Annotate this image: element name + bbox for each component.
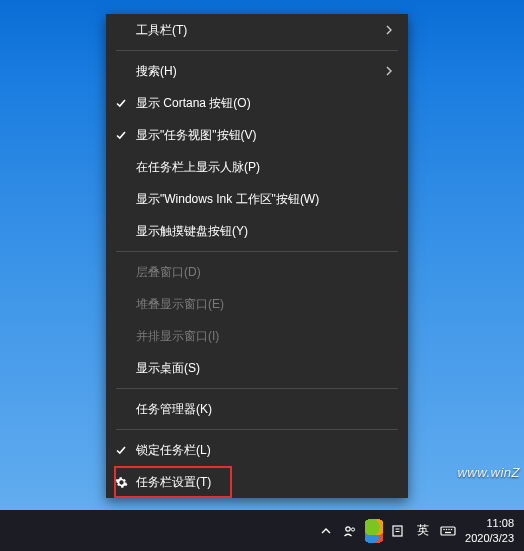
note-icon[interactable] xyxy=(389,522,407,540)
clock[interactable]: 11:08 2020/3/23 xyxy=(463,516,518,545)
svg-rect-5 xyxy=(441,527,455,535)
menu-item-label: 搜索(H) xyxy=(136,63,380,80)
menu-item[interactable]: 显示"Windows Ink 工作区"按钮(W) xyxy=(106,183,408,215)
menu-separator xyxy=(116,388,398,389)
menu-item: 堆叠显示窗口(E) xyxy=(106,288,408,320)
check-icon xyxy=(106,97,136,109)
svg-point-1 xyxy=(351,527,354,530)
menu-item-label: 在任务栏上显示人脉(P) xyxy=(136,159,380,176)
menu-item[interactable]: 搜索(H) xyxy=(106,55,408,87)
check-icon xyxy=(106,129,136,141)
menu-item-label: 显示"Windows Ink 工作区"按钮(W) xyxy=(136,191,380,208)
windows-flag-icon[interactable] xyxy=(365,522,383,540)
menu-separator xyxy=(116,251,398,252)
keyboard-icon[interactable] xyxy=(439,522,457,540)
menu-item-label: 堆叠显示窗口(E) xyxy=(136,296,380,313)
menu-item-label: 显示"任务视图"按钮(V) xyxy=(136,127,380,144)
menu-item-label: 层叠窗口(D) xyxy=(136,264,380,281)
desktop[interactable]: 工具栏(T)搜索(H)显示 Cortana 按钮(O)显示"任务视图"按钮(V)… xyxy=(0,0,524,510)
menu-separator xyxy=(116,50,398,51)
gear-icon xyxy=(106,476,136,489)
menu-item[interactable]: 任务栏设置(T) xyxy=(106,466,408,498)
menu-separator xyxy=(116,429,398,430)
system-tray: 英 11:08 2020/3/23 xyxy=(317,516,518,545)
menu-item[interactable]: 在任务栏上显示人脉(P) xyxy=(106,151,408,183)
menu-item[interactable]: 显示桌面(S) xyxy=(106,352,408,384)
menu-item-label: 任务栏设置(T) xyxy=(136,474,380,491)
svg-point-0 xyxy=(346,526,350,530)
taskbar[interactable]: 英 11:08 2020/3/23 xyxy=(0,510,524,551)
menu-item-label: 显示 Cortana 按钮(O) xyxy=(136,95,380,112)
watermark-text: www.winZ xyxy=(457,465,520,480)
menu-item-label: 锁定任务栏(L) xyxy=(136,442,380,459)
ime-indicator[interactable]: 英 xyxy=(413,522,433,539)
taskbar-context-menu: 工具栏(T)搜索(H)显示 Cortana 按钮(O)显示"任务视图"按钮(V)… xyxy=(106,14,408,498)
clock-time: 11:08 xyxy=(486,516,514,530)
menu-item-label: 工具栏(T) xyxy=(136,22,380,39)
menu-item[interactable]: 任务管理器(K) xyxy=(106,393,408,425)
chevron-right-icon xyxy=(380,66,398,76)
menu-item[interactable]: 锁定任务栏(L) xyxy=(106,434,408,466)
menu-item[interactable]: 显示 Cortana 按钮(O) xyxy=(106,87,408,119)
people-icon[interactable] xyxy=(341,522,359,540)
menu-item-label: 显示触摸键盘按钮(Y) xyxy=(136,223,380,240)
tray-chevron-up-icon[interactable] xyxy=(317,522,335,540)
menu-item-label: 并排显示窗口(I) xyxy=(136,328,380,345)
menu-item-label: 任务管理器(K) xyxy=(136,401,380,418)
menu-item: 并排显示窗口(I) xyxy=(106,320,408,352)
menu-item: 层叠窗口(D) xyxy=(106,256,408,288)
clock-date: 2020/3/23 xyxy=(465,531,514,545)
chevron-right-icon xyxy=(380,25,398,35)
menu-item-label: 显示桌面(S) xyxy=(136,360,380,377)
menu-item[interactable]: 工具栏(T) xyxy=(106,14,408,46)
check-icon xyxy=(106,444,136,456)
menu-item[interactable]: 显示触摸键盘按钮(Y) xyxy=(106,215,408,247)
menu-item[interactable]: 显示"任务视图"按钮(V) xyxy=(106,119,408,151)
